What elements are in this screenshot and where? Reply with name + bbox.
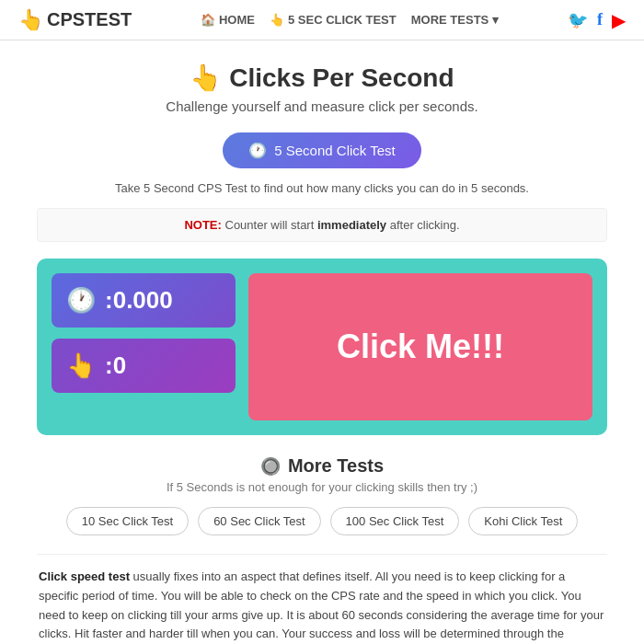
brand-icon: 👆: [18, 8, 43, 32]
divider: [37, 554, 607, 555]
note-label: NOTE:: [184, 218, 221, 232]
test-btn-100sec[interactable]: 100 Sec Click Test: [330, 507, 460, 535]
nav-more-tests[interactable]: MORE TESTS ▾: [411, 13, 500, 27]
nav-home[interactable]: 🏠 HOME: [201, 13, 255, 27]
nav-5sec[interactable]: 👆 5 SEC CLICK TEST: [270, 13, 397, 27]
page-subtitle: Challenge yourself and measure click per…: [37, 98, 607, 114]
nav-links: 🏠 HOME 👆 5 SEC CLICK TEST MORE TESTS ▾: [201, 13, 499, 27]
facebook-icon[interactable]: f: [597, 10, 603, 29]
social-icons: 🐦 f ▶: [568, 9, 626, 31]
clock-icon: 🕐: [248, 142, 267, 159]
twitter-icon[interactable]: 🐦: [568, 10, 588, 30]
more-tests-title: 🔘 More Tests: [37, 455, 607, 477]
article-section: Click speed test usually fixes into an a…: [37, 568, 607, 644]
youtube-icon[interactable]: ▶: [612, 9, 626, 31]
note-end: after clicking.: [390, 218, 460, 232]
click-me-button[interactable]: Click Me!!!: [248, 273, 592, 420]
time-stat-box: 🕐 :0.000: [52, 273, 236, 328]
clicks-stat-box: 👆 :0: [52, 339, 236, 393]
five-sec-test-button[interactable]: 🕐 5 Second Click Test: [223, 132, 420, 168]
chevron-down-icon: ▾: [492, 13, 499, 27]
main-content: 👆 Clicks Per Second Challenge yourself a…: [0, 40, 644, 644]
brand-name: CPSTEST: [47, 9, 132, 30]
click-area-wrapper: 🕐 :0.000 👆 :0 Click Me!!!: [37, 259, 607, 435]
more-tests-subtitle: If 5 Seconds is not enough for your clic…: [37, 480, 607, 494]
more-tests-icon: 🔘: [260, 456, 281, 477]
test-btn-60sec[interactable]: 60 Sec Click Test: [198, 507, 320, 535]
note-bold: immediately: [317, 218, 386, 232]
note-box: NOTE: Counter will start immediately aft…: [37, 208, 607, 242]
title-icon: 👆: [190, 63, 222, 92]
stats-column: 🕐 :0.000 👆 :0: [52, 273, 236, 420]
test-btn-kohi[interactable]: Kohi Click Test: [468, 507, 578, 535]
sec-icon: 👆: [270, 13, 284, 27]
test-btn-10sec[interactable]: 10 Sec Click Test: [66, 507, 189, 535]
test-buttons-group: 10 Sec Click Test 60 Sec Click Test 100 …: [37, 507, 607, 535]
page-title: 👆 Clicks Per Second: [37, 63, 607, 93]
hero-desc: Take 5 Second CPS Test to find out how m…: [37, 181, 607, 195]
home-label: HOME: [219, 13, 255, 27]
navbar: 👆 CPSTEST 🏠 HOME 👆 5 SEC CLICK TEST MORE…: [0, 0, 644, 40]
brand-logo[interactable]: 👆 CPSTEST: [18, 8, 132, 32]
home-icon: 🏠: [201, 13, 215, 27]
more-tests-label: MORE TESTS: [411, 13, 489, 27]
timer-icon: 🕐: [66, 286, 96, 315]
more-tests-section: 🔘 More Tests If 5 Seconds is not enough …: [37, 455, 607, 535]
note-text: Counter will start: [225, 218, 317, 232]
article-para1: Click speed test usually fixes into an a…: [39, 568, 605, 644]
click-count-value: :0: [105, 351, 126, 380]
click-count-icon: 👆: [66, 351, 96, 380]
sec-label: 5 SEC CLICK TEST: [288, 13, 397, 27]
time-value: :0.000: [105, 286, 173, 315]
article-bold: Click speed test: [39, 569, 130, 583]
